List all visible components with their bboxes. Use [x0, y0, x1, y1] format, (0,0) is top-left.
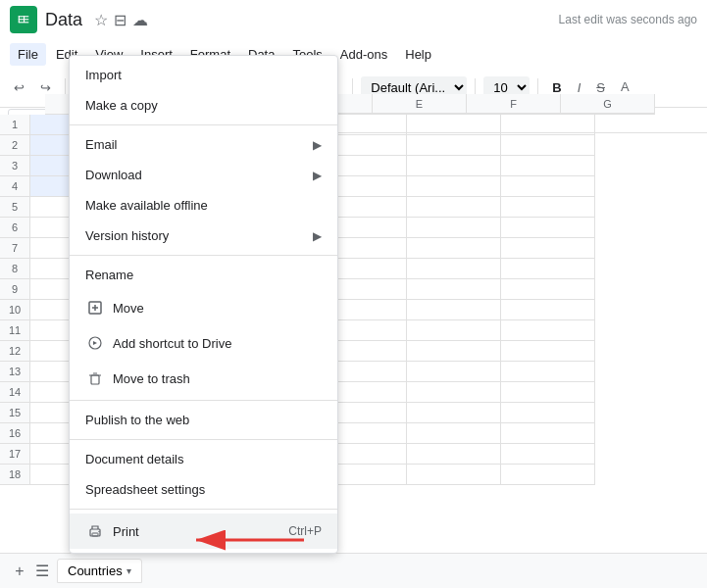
cell-g7[interactable] [501, 238, 595, 259]
menu-file[interactable]: File [10, 43, 46, 66]
row-header-15: 15 [0, 403, 29, 423]
cell-g17[interactable] [501, 444, 595, 465]
cell-g14[interactable] [501, 382, 595, 403]
import-label: Import [85, 68, 322, 82]
separator-3 [70, 400, 337, 401]
star-icon[interactable]: ☆ [94, 11, 108, 29]
cell-f10[interactable] [407, 300, 501, 320]
cell-f2[interactable] [407, 135, 501, 156]
row-header-2: 2 [0, 135, 29, 156]
cell-f16[interactable] [407, 423, 501, 444]
cell-g12[interactable] [501, 341, 595, 362]
menu-item-doc-details[interactable]: Document details [70, 444, 337, 474]
cell-f7[interactable] [407, 238, 501, 259]
cell-g11[interactable] [501, 320, 595, 341]
menu-sheets-button[interactable]: ☰ [35, 562, 49, 580]
menu-item-rename[interactable]: Rename [70, 260, 337, 290]
row-header-3: 3 [0, 156, 29, 176]
cell-g1[interactable] [501, 115, 595, 135]
version-history-arrow: ▶ [313, 229, 322, 243]
publish-label: Publish to the web [85, 413, 322, 427]
printer-icon [85, 521, 105, 541]
cell-g5[interactable] [501, 197, 595, 218]
menu-item-sheet-settings[interactable]: Spreadsheet settings [70, 474, 337, 505]
sheet-tab-countries[interactable]: Countries ▾ [57, 559, 142, 583]
tab-bar: + ☰ Countries ▾ [0, 553, 707, 588]
separator-4 [70, 439, 337, 440]
row-header-10: 10 [0, 300, 29, 320]
row-header-18: 18 [0, 465, 29, 485]
separator-1 [70, 124, 337, 125]
separator-5 [70, 509, 337, 510]
cell-f12[interactable] [407, 341, 501, 362]
cell-g8[interactable] [501, 259, 595, 279]
sheet-tab-name: Countries [68, 564, 123, 578]
cell-g3[interactable] [501, 156, 595, 176]
download-label: Download [85, 168, 313, 182]
cell-f3[interactable] [407, 156, 501, 176]
menu-item-version-history[interactable]: Version history ▶ [70, 220, 337, 251]
cell-f13[interactable] [407, 362, 501, 382]
cell-g16[interactable] [501, 423, 595, 444]
cell-g10[interactable] [501, 300, 595, 320]
menu-item-make-copy[interactable]: Make a copy [70, 90, 337, 121]
sheet-tab-dropdown-icon[interactable]: ▾ [126, 565, 131, 576]
file-dropdown-menu: Import Make a copy Email ▶ Download ▶ Ma… [69, 55, 338, 554]
make-copy-label: Make a copy [85, 98, 322, 113]
menu-item-publish[interactable]: Publish to the web [70, 405, 337, 435]
menu-addons[interactable]: Add-ons [332, 43, 395, 66]
menu-item-move-trash[interactable]: Move to trash [70, 361, 337, 396]
add-shortcut-label: Add shortcut to Drive [113, 336, 322, 351]
row-header-4: 4 [0, 176, 29, 197]
cell-g18[interactable] [501, 465, 595, 485]
rename-label: Rename [85, 268, 322, 282]
red-arrow-indicator [177, 520, 314, 563]
cell-g9[interactable] [501, 279, 595, 300]
menu-item-add-shortcut[interactable]: Add shortcut to Drive [70, 325, 337, 361]
cell-g6[interactable] [501, 218, 595, 238]
menu-item-import[interactable]: Import [70, 60, 337, 90]
cell-f14[interactable] [407, 382, 501, 403]
cell-f5[interactable] [407, 197, 501, 218]
svg-point-10 [98, 531, 99, 532]
cell-f18[interactable] [407, 465, 501, 485]
email-label: Email [85, 137, 313, 152]
cell-f15[interactable] [407, 403, 501, 423]
menu-item-make-offline[interactable]: Make available offline [70, 190, 337, 220]
row-header-16: 16 [0, 423, 29, 444]
cell-f9[interactable] [407, 279, 501, 300]
cloud-icon[interactable]: ☁ [132, 11, 148, 29]
cell-f1[interactable] [407, 115, 501, 135]
cell-f8[interactable] [407, 259, 501, 279]
cell-g13[interactable] [501, 362, 595, 382]
svg-rect-4 [19, 16, 20, 23]
cell-f4[interactable] [407, 176, 501, 197]
cell-f17[interactable] [407, 444, 501, 465]
doc-title: Data [45, 10, 82, 30]
row-header-7: 7 [0, 238, 29, 259]
move-icon [85, 298, 105, 318]
email-arrow: ▶ [313, 138, 322, 152]
cell-g15[interactable] [501, 403, 595, 423]
menu-item-email[interactable]: Email ▶ [70, 129, 337, 160]
menu-item-move[interactable]: Move [70, 290, 337, 325]
plus-icon: + [15, 563, 24, 580]
svg-rect-7 [91, 375, 99, 384]
col-header-g: G [561, 94, 655, 115]
move-trash-label: Move to trash [113, 371, 322, 386]
svg-rect-9 [92, 533, 98, 536]
col-header-e: E [373, 94, 467, 115]
cell-g2[interactable] [501, 135, 595, 156]
version-history-label: Version history [85, 228, 313, 243]
separator-2 [70, 255, 337, 256]
add-sheet-button[interactable]: + [8, 560, 31, 583]
folder-icon[interactable]: ⊟ [114, 11, 126, 29]
cell-f11[interactable] [407, 320, 501, 341]
trash-icon [85, 368, 105, 388]
menu-help[interactable]: Help [397, 43, 439, 66]
menu-item-download[interactable]: Download ▶ [70, 160, 337, 190]
cell-f6[interactable] [407, 218, 501, 238]
app-icon [10, 6, 37, 33]
top-bar: Data ☆ ⊟ ☁ Last edit was seconds ago [0, 0, 707, 39]
cell-g4[interactable] [501, 176, 595, 197]
